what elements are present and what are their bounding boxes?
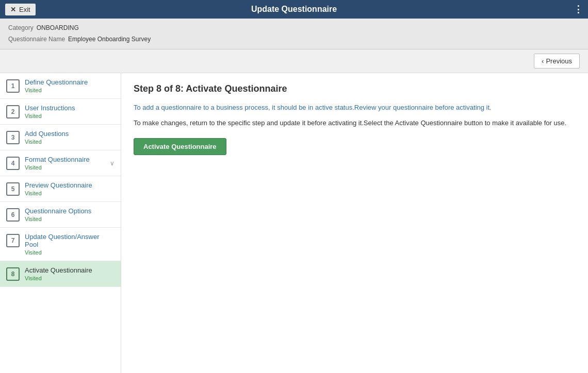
- sidebar: 1 Define Questionnaire Visited 2 User In…: [0, 73, 121, 373]
- step-status-8: Visited: [25, 275, 115, 281]
- step-name-4: Format Questionnaire: [25, 156, 108, 163]
- step-badge-6: 6: [6, 208, 20, 222]
- category-row: Category ONBOARDING: [8, 23, 580, 34]
- sidebar-item-format-questionnaire[interactable]: 4 Format Questionnaire Visited ∨: [0, 150, 121, 176]
- sidebar-item-define-questionnaire[interactable]: 1 Define Questionnaire Visited: [0, 73, 121, 99]
- content-title: Step 8 of 8: Activate Questionnaire: [134, 83, 576, 94]
- step-badge-4: 4: [6, 157, 20, 170]
- sidebar-item-add-questions[interactable]: 3 Add Questions Visited: [0, 125, 121, 150]
- step-info-1: Define Questionnaire Visited: [25, 78, 115, 93]
- x-icon: ✕: [10, 6, 16, 13]
- menu-icon[interactable]: ⋮: [574, 4, 583, 15]
- step-name-5: Preview Questionnaire: [25, 181, 115, 189]
- meta-bar: Category ONBOARDING Questionnaire Name E…: [0, 19, 588, 49]
- step-name-6: Questionnaire Options: [25, 207, 115, 215]
- step-info-3: Add Questions Visited: [25, 130, 115, 145]
- sidebar-item-update-pool[interactable]: 7 Update Question/Answer Pool Visited: [0, 228, 121, 261]
- info-text-primary: To add a questionnaire to a business pro…: [134, 103, 576, 113]
- step-badge-7: 7: [6, 234, 20, 247]
- step-badge-3: 3: [6, 131, 20, 144]
- questionnaire-name-value: Employee Onboarding Survey: [68, 34, 151, 45]
- step-name-2: User Instructions: [25, 104, 115, 112]
- main-layout: 1 Define Questionnaire Visited 2 User In…: [0, 73, 588, 373]
- step-name-1: Define Questionnaire: [25, 78, 115, 86]
- step-info-6: Questionnaire Options Visited: [25, 207, 115, 222]
- info-text-secondary: To make changes, return to the specific …: [134, 118, 576, 128]
- step-name-8: Activate Questionnaire: [25, 266, 115, 274]
- step-status-3: Visited: [25, 139, 115, 145]
- chevron-down-icon-4: ∨: [110, 160, 115, 167]
- step-badge-2: 2: [6, 105, 20, 118]
- sidebar-item-questionnaire-options[interactable]: 6 Questionnaire Options Visited: [0, 202, 121, 228]
- header-title: Update Questionnaire: [251, 5, 337, 14]
- step-status-5: Visited: [25, 190, 115, 196]
- step-info-8: Activate Questionnaire Visited: [25, 266, 115, 281]
- nav-bar: ‹ Previous: [0, 49, 588, 73]
- step-info-4: Format Questionnaire Visited: [25, 156, 108, 171]
- exit-button[interactable]: ✕ Exit: [5, 4, 36, 15]
- step-badge-1: 1: [6, 79, 20, 93]
- content-area: Step 8 of 8: Activate Questionnaire To a…: [121, 73, 588, 373]
- activate-questionnaire-button[interactable]: Activate Questionnaire: [134, 138, 226, 155]
- step-status-4: Visited: [25, 164, 108, 171]
- step-badge-5: 5: [6, 182, 20, 196]
- category-label: Category: [8, 23, 34, 34]
- step-name-3: Add Questions: [25, 130, 115, 138]
- chevron-left-icon: ‹: [542, 57, 544, 65]
- step-name-7: Update Question/Answer Pool: [25, 233, 115, 248]
- step-info-2: User Instructions Visited: [25, 104, 115, 119]
- step-status-2: Visited: [25, 113, 115, 119]
- exit-label: Exit: [19, 6, 30, 13]
- questionnaire-name-label: Questionnaire Name: [8, 34, 65, 45]
- step-info-7: Update Question/Answer Pool Visited: [25, 233, 115, 256]
- previous-button[interactable]: ‹ Previous: [534, 54, 580, 69]
- step-status-1: Visited: [25, 87, 115, 93]
- step-info-5: Preview Questionnaire Visited: [25, 181, 115, 196]
- step-status-7: Visited: [25, 249, 115, 256]
- previous-label: Previous: [546, 57, 572, 65]
- sidebar-item-preview-questionnaire[interactable]: 5 Preview Questionnaire Visited: [0, 176, 121, 202]
- questionnaire-name-row: Questionnaire Name Employee Onboarding S…: [8, 34, 580, 45]
- sidebar-item-activate-questionnaire[interactable]: 8 Activate Questionnaire Visited: [0, 261, 121, 287]
- step-badge-8: 8: [6, 267, 20, 281]
- sidebar-item-user-instructions[interactable]: 2 User Instructions Visited: [0, 99, 121, 125]
- header: ✕ Exit Update Questionnaire ⋮: [0, 0, 588, 19]
- step-status-6: Visited: [25, 216, 115, 222]
- category-value: ONBOARDING: [37, 23, 79, 34]
